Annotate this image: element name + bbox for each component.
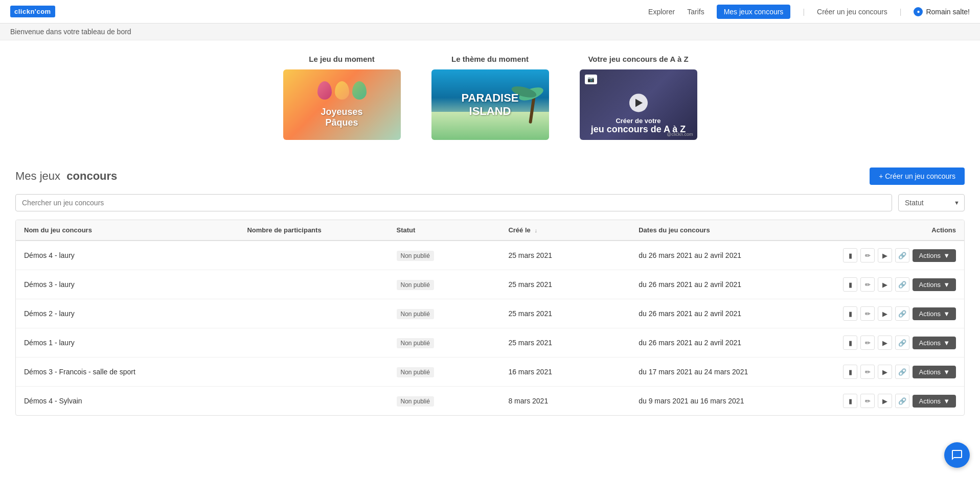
- user-avatar-icon: ●: [914, 7, 923, 16]
- copy-icon-btn-4[interactable]: ▮: [843, 365, 857, 379]
- link-icon-btn-2[interactable]: 🔗: [895, 306, 909, 321]
- edit-icon-btn-0[interactable]: ✏: [860, 248, 875, 262]
- cell-participants-1: [239, 270, 388, 299]
- copy-icon-btn-1[interactable]: ▮: [843, 277, 857, 292]
- edit-icon-btn-4[interactable]: ✏: [860, 365, 875, 379]
- status-badge-5: Non publié: [397, 396, 434, 407]
- preview-icon-btn-0[interactable]: ▶: [878, 248, 892, 262]
- feature-video-title: Votre jeu concours de A à Z: [588, 55, 688, 63]
- actions-dropdown-btn-3[interactable]: Actions ▼: [913, 337, 956, 349]
- cell-statut-1: Non publié: [389, 270, 500, 299]
- status-badge-2: Non publié: [397, 309, 434, 319]
- nav-separator-2: |: [900, 8, 902, 16]
- cell-actions-5: ▮ ✏ ▶ 🔗 Actions ▼: [835, 387, 964, 416]
- edit-icon-btn-1[interactable]: ✏: [860, 277, 875, 292]
- nav-links: Explorer Tarifs Mes jeux concours | Crée…: [648, 5, 970, 19]
- nav-tarifs[interactable]: Tarifs: [687, 8, 704, 16]
- cell-name-4: Démos 3 - Francois - salle de sport: [16, 357, 239, 387]
- search-input[interactable]: [15, 194, 892, 211]
- contests-table-container: Nom du jeu concours Nombre de participan…: [15, 220, 965, 416]
- copy-icon-btn-0[interactable]: ▮: [843, 248, 857, 262]
- table-row: Démos 3 - Francois - salle de sport Non …: [16, 357, 964, 387]
- feature-video-image[interactable]: 📷 Créer de votre jeu concours de A à Z @…: [580, 69, 697, 140]
- nav-creer[interactable]: Créer un jeu concours: [817, 8, 887, 16]
- action-icons-4: ▮ ✏ ▶ 🔗 Actions ▼: [843, 365, 956, 379]
- nav-mes-jeux-concours[interactable]: Mes jeux concours: [717, 5, 791, 19]
- cell-statut-4: Non publié: [389, 357, 500, 387]
- feature-theme-title: Le thème du moment: [451, 55, 529, 63]
- cell-name-3: Démos 1 - laury: [16, 328, 239, 357]
- actions-dropdown-btn-4[interactable]: Actions ▼: [913, 366, 956, 378]
- play-button[interactable]: [629, 93, 648, 112]
- create-jeu-button[interactable]: + Créer un jeu concours: [870, 168, 965, 185]
- cell-cree-0: 25 mars 2021: [500, 241, 630, 270]
- cell-name-5: Démos 4 - Sylvain: [16, 387, 239, 416]
- feature-jeu-du-moment[interactable]: Le jeu du moment JoyeusesPâques: [283, 55, 401, 140]
- actions-dropdown-label-0: Actions: [919, 252, 941, 259]
- feature-jeu-image[interactable]: JoyeusesPâques: [283, 69, 401, 140]
- nav-explorer[interactable]: Explorer: [648, 8, 675, 16]
- copy-icon-btn-2[interactable]: ▮: [843, 306, 857, 321]
- edit-icon-btn-3[interactable]: ✏: [860, 336, 875, 350]
- table-header: Nom du jeu concours Nombre de participan…: [16, 220, 964, 241]
- action-icons-0: ▮ ✏ ▶ 🔗 Actions ▼: [843, 248, 956, 262]
- actions-dropdown-label-3: Actions: [919, 339, 941, 347]
- actions-dropdown-label-2: Actions: [919, 310, 941, 318]
- action-icons-1: ▮ ✏ ▶ 🔗 Actions ▼: [843, 277, 956, 292]
- actions-dropdown-label-1: Actions: [919, 281, 941, 289]
- actions-dropdown-btn-5[interactable]: Actions ▼: [913, 395, 956, 408]
- paques-eggs-row: [317, 81, 367, 100]
- edit-icon-btn-5[interactable]: ✏: [860, 394, 875, 408]
- cell-statut-3: Non publié: [389, 328, 500, 357]
- status-badge-3: Non publié: [397, 338, 434, 348]
- section-header: Mes jeux concours + Créer un jeu concour…: [15, 168, 965, 185]
- actions-dropdown-btn-2[interactable]: Actions ▼: [913, 307, 956, 320]
- col-header-cree[interactable]: Créé le ↓: [500, 220, 630, 241]
- logo-text: clickn'com: [10, 6, 55, 17]
- status-badge-1: Non publié: [397, 280, 434, 290]
- feature-section: Le jeu du moment JoyeusesPâques Le thème…: [0, 40, 980, 155]
- preview-icon-btn-3[interactable]: ▶: [878, 336, 892, 350]
- status-filter-select[interactable]: Statut Non publié Publié Terminé: [898, 194, 965, 211]
- actions-dropdown-arrow-1: ▼: [943, 281, 950, 289]
- cell-participants-4: [239, 357, 388, 387]
- link-icon-btn-5[interactable]: 🔗: [895, 394, 909, 408]
- feature-jeu-title: Le jeu du moment: [309, 55, 374, 63]
- actions-dropdown-btn-0[interactable]: Actions ▼: [913, 249, 956, 262]
- copy-icon-btn-5[interactable]: ▮: [843, 394, 857, 408]
- actions-dropdown-btn-1[interactable]: Actions ▼: [913, 278, 956, 291]
- sort-arrow-icon: ↓: [534, 227, 537, 233]
- cell-name-2: Démos 2 - laury: [16, 299, 239, 328]
- link-icon-btn-4[interactable]: 🔗: [895, 365, 909, 379]
- feature-video[interactable]: Votre jeu concours de A à Z 📷 Créer de v…: [580, 55, 697, 140]
- cell-statut-5: Non publié: [389, 387, 500, 416]
- action-icons-2: ▮ ✏ ▶ 🔗 Actions ▼: [843, 306, 956, 321]
- actions-dropdown-label-5: Actions: [919, 397, 941, 405]
- link-icon-btn-1[interactable]: 🔗: [895, 277, 909, 292]
- actions-dropdown-arrow-3: ▼: [943, 339, 950, 347]
- feature-theme-du-moment[interactable]: Le thème du moment PARADISE ISLAND: [431, 55, 549, 140]
- feature-theme-image[interactable]: PARADISE ISLAND: [431, 69, 549, 140]
- cell-cree-5: 8 mars 2021: [500, 387, 630, 416]
- contests-table: Nom du jeu concours Nombre de participan…: [16, 220, 964, 415]
- link-icon-btn-0[interactable]: 🔗: [895, 248, 909, 262]
- preview-icon-btn-5[interactable]: ▶: [878, 394, 892, 408]
- table-row: Démos 3 - laury Non publié 25 mars 2021 …: [16, 270, 964, 299]
- camera-icon: 📷: [585, 75, 597, 84]
- edit-icon-btn-2[interactable]: ✏: [860, 306, 875, 321]
- logo[interactable]: clickn'com: [10, 6, 55, 17]
- paques-content: JoyeusesPâques: [312, 69, 372, 140]
- status-filter-wrapper: Statut Non publié Publié Terminé ▼: [898, 194, 965, 211]
- table-row: Démos 2 - laury Non publié 25 mars 2021 …: [16, 299, 964, 328]
- cell-actions-3: ▮ ✏ ▶ 🔗 Actions ▼: [835, 328, 964, 357]
- page-title: Mes jeux concours: [15, 170, 117, 183]
- preview-icon-btn-1[interactable]: ▶: [878, 277, 892, 292]
- link-icon-btn-3[interactable]: 🔗: [895, 336, 909, 350]
- cell-actions-4: ▮ ✏ ▶ 🔗 Actions ▼: [835, 357, 964, 387]
- preview-icon-btn-4[interactable]: ▶: [878, 365, 892, 379]
- col-header-participants: Nombre de participants: [239, 220, 388, 241]
- search-filter-row: Statut Non publié Publié Terminé ▼: [15, 194, 965, 211]
- preview-icon-btn-2[interactable]: ▶: [878, 306, 892, 321]
- actions-dropdown-label-4: Actions: [919, 368, 941, 376]
- copy-icon-btn-3[interactable]: ▮: [843, 336, 857, 350]
